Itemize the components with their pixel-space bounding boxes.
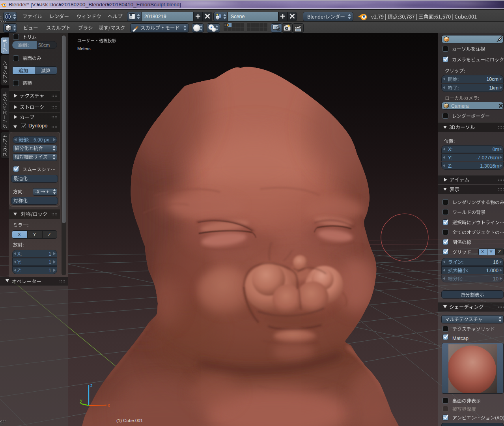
svg-text:x: x bbox=[108, 403, 110, 407]
svg-text:y: y bbox=[80, 398, 82, 403]
svg-text:z: z bbox=[90, 383, 93, 387]
